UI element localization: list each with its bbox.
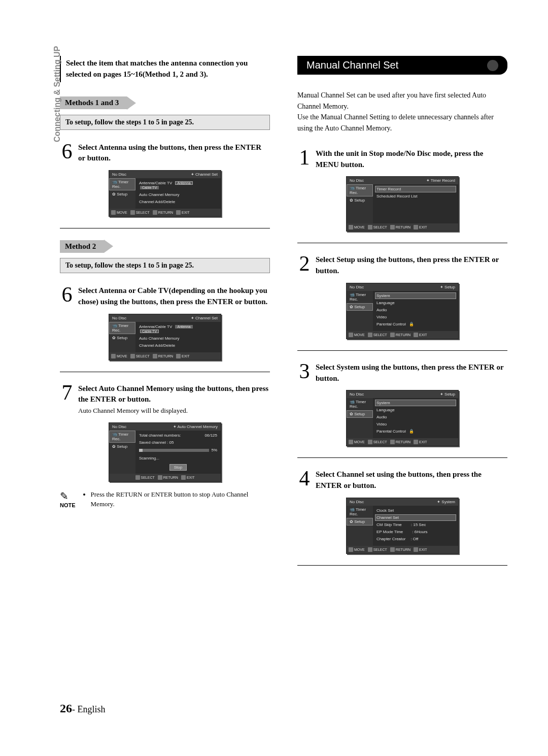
foot-select: SELECT: [141, 476, 155, 479]
osd-setup-a: No Disc✦ Setup 📹 Timer Rec. ✿ Setup Syst…: [346, 283, 459, 339]
sidebar-timer-rec: 📹 Timer Rec.: [109, 431, 135, 443]
foot-return: RETURN: [158, 211, 173, 214]
foot-select: SELECT: [373, 440, 387, 444]
note-block: ✎ NOTE Press the RETURN or ENTER button …: [60, 490, 270, 509]
step-4: 4 Select Channel set using the buttons, …: [297, 469, 507, 491]
step-text: Select Channel set using the buttons, th…: [316, 469, 507, 491]
select-icon: [130, 210, 135, 215]
foot-select: SELECT: [373, 548, 387, 551]
page-footer: 26- English: [60, 702, 106, 715]
intro-paragraph: Manual Channel Set can be used after you…: [297, 90, 507, 134]
sidebar-setup: ✿ Setup: [109, 190, 135, 198]
methods-1-3-header: Methods 1 and 3: [60, 96, 270, 110]
sidebar-timer-rec: 📹 Timer Rec.: [347, 398, 373, 410]
osd-auto-channel-memory: No Disc✦ Auto Channel Memory 📹 Timer Rec…: [109, 422, 221, 482]
return-icon: [153, 210, 157, 215]
sidebar-timer-rec: 📹 Timer Rec.: [347, 506, 373, 518]
osd-breadcrumb: Setup: [444, 285, 455, 289]
option-cable-tv: Cable TV: [140, 330, 159, 333]
osd-breadcrumb: Channel Set: [195, 316, 218, 320]
osd-title: No Disc: [350, 500, 364, 504]
osd-title: No Disc: [350, 178, 364, 183]
divider: [297, 350, 507, 351]
methods-1-3-label: Methods 1 and 3: [60, 96, 127, 109]
foot-exit: EXIT: [182, 354, 190, 358]
menu-system: System: [375, 292, 456, 299]
foot-exit: EXIT: [419, 333, 427, 337]
sidebar-timer-rec: 📹 Timer Rec.: [109, 322, 135, 334]
menu-chapter-creator: Chapter Creator: Off: [375, 536, 456, 542]
step-6a: 6 Select Antenna using the buttons, then…: [60, 142, 270, 165]
exit-icon: [414, 440, 418, 444]
chevron-right-icon: [127, 96, 136, 110]
foot-select: SELECT: [136, 354, 150, 358]
menu-antenna-cable: Antenna/Cable TV Antenna Cable TV: [138, 180, 219, 191]
menu-ch-add-del: Channel Add/Delete: [138, 342, 219, 349]
step-6b: 6 Select Antenna or Cable TV(depending o…: [60, 285, 270, 308]
menu-parental: Parental Control🔒: [375, 428, 456, 435]
osd-breadcrumb: System: [441, 500, 455, 504]
note-label: NOTE: [60, 502, 76, 508]
divider: [60, 228, 270, 228]
foot-move: MOVE: [117, 354, 127, 358]
osd-breadcrumb: Timer Record: [431, 178, 455, 183]
stop-button: Stop: [169, 464, 187, 471]
move-icon: [349, 547, 353, 552]
osd-breadcrumb: Setup: [444, 392, 455, 397]
exit-icon: [176, 210, 181, 215]
foot-move: MOVE: [354, 225, 365, 229]
total-channels-row: Total channel numbers:06/125: [138, 432, 219, 439]
foot-exit: EXIT: [187, 476, 195, 479]
menu-auto-ch-mem: Auto Channel Memory: [138, 335, 219, 342]
foot-return: RETURN: [396, 548, 410, 551]
lock-icon: 🔒: [409, 429, 414, 434]
foot-exit: EXIT: [182, 211, 190, 214]
sidebar-setup: ✿ Setup: [347, 196, 373, 204]
step-number: 4: [297, 469, 312, 491]
osd-title: No Disc: [350, 392, 364, 397]
step-text: With the unit in Stop mode/No Disc mode,…: [316, 148, 507, 171]
sidebar-setup: ✿ Setup: [347, 518, 373, 525]
method-2-label: Method 2: [60, 240, 104, 253]
exit-icon: [181, 475, 186, 480]
exit-icon: [414, 333, 418, 337]
step-1: 1 With the unit in Stop mode/No Disc mod…: [297, 148, 507, 171]
exit-icon: [176, 354, 181, 358]
progress-row: 5%: [138, 446, 219, 454]
page-number: 26: [60, 702, 72, 715]
sidebar-timer-rec: 📹 Timer Rec.: [347, 184, 373, 196]
footer-language: English: [78, 704, 106, 714]
foot-return: RETURN: [163, 476, 178, 479]
foot-return: RETURN: [396, 333, 410, 337]
pill-title: Manual Channel Set: [306, 59, 398, 71]
osd-system: No Disc✦ System 📹 Timer Rec. ✿ Setup Clo…: [346, 498, 459, 554]
move-icon: [349, 225, 353, 229]
sidebar-setup: ✿ Setup: [347, 303, 373, 311]
foot-exit: EXIT: [419, 225, 427, 229]
move-icon: [111, 354, 116, 358]
method-2-header: Method 2: [60, 240, 270, 253]
sidebar-timer-rec: 📹 Timer Rec.: [109, 178, 135, 190]
exit-icon: [414, 225, 418, 229]
return-icon: [158, 475, 162, 480]
return-icon: [390, 440, 395, 444]
foot-select: SELECT: [373, 333, 387, 337]
return-icon: [153, 354, 157, 358]
divider: [60, 372, 270, 372]
menu-ch-add-del: Channel Add/Delete: [138, 199, 219, 205]
move-icon: [349, 333, 353, 337]
return-icon: [390, 547, 395, 552]
pill-endcap-icon: [487, 60, 498, 71]
sidebar-setup: ✿ Setup: [347, 410, 373, 418]
option-cable-tv: Cable TV: [140, 186, 159, 189]
section-header-pill: Manual Channel Set: [297, 56, 507, 75]
menu-video: Video: [375, 314, 456, 320]
select-icon: [130, 354, 135, 358]
foot-return: RETURN: [396, 440, 410, 444]
foot-return: RETURN: [158, 354, 173, 358]
move-icon: [111, 210, 116, 215]
menu-parental: Parental Control🔒: [375, 321, 456, 327]
foot-select: SELECT: [373, 225, 387, 229]
foot-select: SELECT: [136, 211, 150, 214]
menu-system: System: [375, 400, 456, 406]
